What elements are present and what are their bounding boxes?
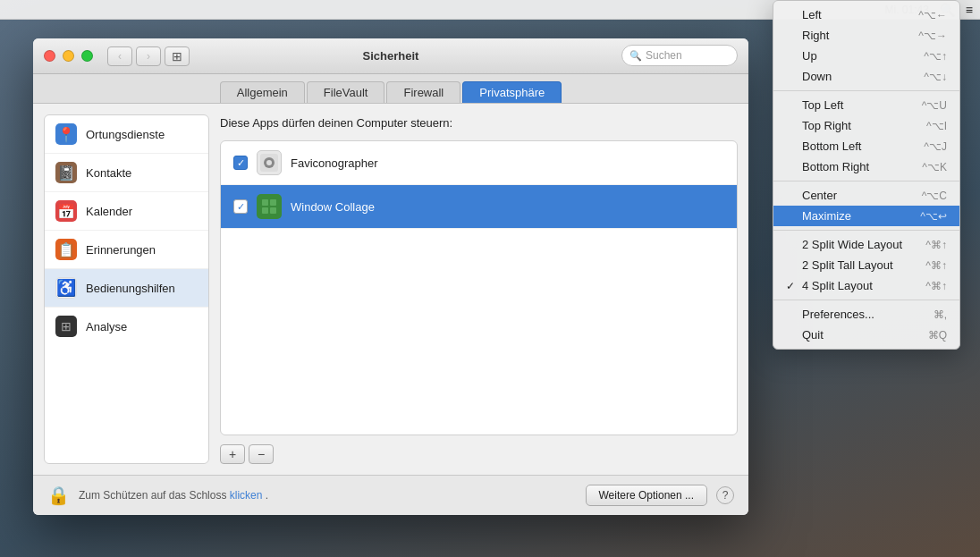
window-collage-icon <box>257 194 282 219</box>
sidebar-label-kontakte: Kontakte <box>86 166 131 180</box>
sidebar-item-ortungsdienste[interactable]: 📍 Ortungsdienste <box>45 115 208 154</box>
svg-rect-7 <box>270 207 276 214</box>
faviconographer-checkbox[interactable]: ✓ <box>233 156 248 170</box>
separator-2 <box>773 181 959 181</box>
separator-3 <box>773 230 959 231</box>
nav-arrows: ‹ › <box>107 46 161 66</box>
sidebar-label-analyse: Analyse <box>86 320 127 333</box>
window-title: Sicherheit <box>363 49 419 63</box>
minimize-button[interactable] <box>63 50 74 62</box>
more-options-button[interactable]: Weitere Optionen ... <box>586 485 708 506</box>
separator-4 <box>773 300 959 300</box>
content-label: Diese Apps dürfen deinen Computer steuer… <box>220 114 738 131</box>
menu-item-2-split-wide[interactable]: 2 Split Wide Layout ^⌘↑ <box>773 234 959 255</box>
tab-allgemein[interactable]: Allgemein <box>220 81 305 103</box>
menu-item-left[interactable]: Left ^⌥← <box>773 4 959 25</box>
kalender-icon: 📅 <box>55 200 77 222</box>
forward-button[interactable]: › <box>136 46 161 66</box>
sidebar-item-kontakte[interactable]: 📓 Kontakte <box>45 154 208 192</box>
menu-item-center[interactable]: Center ^⌥C <box>773 185 959 206</box>
app-item-window-collage[interactable]: ✓ Window Collage <box>221 185 737 229</box>
help-button[interactable]: ? <box>716 486 734 504</box>
window-controls <box>44 50 93 62</box>
menu-item-quit[interactable]: Quit ⌘Q <box>773 325 959 345</box>
menu-item-top-right[interactable]: Top Right ^⌥I <box>773 115 959 136</box>
search-box[interactable]: 🔍 Suchen <box>621 45 738 66</box>
sidebar-item-erinnerungen[interactable]: 📋 Erinnerungen <box>45 231 208 269</box>
menu-item-2-split-tall[interactable]: 2 Split Tall Layout ^⌘↑ <box>773 255 959 275</box>
maximize-button[interactable] <box>81 50 93 62</box>
window-collage-checkbox[interactable]: ✓ <box>233 199 248 214</box>
lock-icon: 🔒 <box>47 485 70 506</box>
sidebar-label-kalender: Kalender <box>86 205 132 218</box>
svg-point-2 <box>266 160 272 165</box>
search-placeholder: Suchen <box>646 49 682 62</box>
separator-1 <box>773 90 959 91</box>
menu-item-up[interactable]: Up ^⌥↑ <box>773 46 959 66</box>
kontakte-icon: 📓 <box>55 162 77 183</box>
add-app-button[interactable]: + <box>220 444 245 464</box>
svg-rect-5 <box>270 199 276 206</box>
sidebar-label-bedienungshilfen: Bedienungshilfen <box>86 282 175 295</box>
sidebar: 📍 Ortungsdienste 📓 Kontakte 📅 Kalender 📋… <box>44 114 209 464</box>
close-button[interactable] <box>44 50 55 62</box>
remove-app-button[interactable]: − <box>249 444 274 464</box>
window-collage-label: Window Collage <box>291 200 375 214</box>
back-button[interactable]: ‹ <box>107 46 132 66</box>
menubar-menu-icon[interactable]: ≡ <box>966 3 973 17</box>
bedienungshilfen-icon: ♿ <box>55 277 77 299</box>
menu-item-maximize[interactable]: Maximize ^⌥↩ <box>773 206 959 226</box>
erinnerungen-icon: 📋 <box>55 239 77 260</box>
footer-link[interactable]: klicken <box>230 489 263 502</box>
menu-item-4-split[interactable]: ✓ 4 Split Layout ^⌘↑ <box>773 275 959 296</box>
svg-rect-4 <box>262 199 268 206</box>
menu-item-right[interactable]: Right ^⌥→ <box>773 25 959 46</box>
apps-list: ✓ Faviconographer ✓ <box>220 140 738 435</box>
window-body: 📍 Ortungsdienste 📓 Kontakte 📅 Kalender 📋… <box>33 104 748 475</box>
menu-item-bottom-left[interactable]: Bottom Left ^⌥J <box>773 136 959 156</box>
tab-privatsphaere[interactable]: Privatsphäre <box>462 81 562 103</box>
tab-filevault[interactable]: FileVault <box>307 81 385 103</box>
faviconographer-label: Faviconographer <box>291 156 378 170</box>
sidebar-label-erinnerungen: Erinnerungen <box>86 243 156 257</box>
menu-item-top-left[interactable]: Top Left ^⌥U <box>773 95 959 115</box>
tab-firewall[interactable]: Firewall <box>386 81 460 103</box>
search-icon: 🔍 <box>629 50 642 62</box>
faviconographer-icon <box>257 150 282 175</box>
dropdown-menu: Left ^⌥← Right ^⌥→ Up ^⌥↑ Down ^⌥↓ Top L… <box>773 0 960 350</box>
sidebar-item-analyse[interactable]: ⊞ Analyse <box>45 308 208 345</box>
tab-bar: Allgemein FileVault Firewall Privatsphär… <box>33 74 748 104</box>
sidebar-item-bedienungshilfen[interactable]: ♿ Bedienungshilfen <box>45 269 208 308</box>
sidebar-item-kalender[interactable]: 📅 Kalender <box>45 192 208 231</box>
app-controls: + − <box>220 444 738 464</box>
menu-item-bottom-right[interactable]: Bottom Right ^⌥K <box>773 156 959 177</box>
main-content: Diese Apps dürfen deinen Computer steuer… <box>220 114 738 464</box>
window-footer: 🔒 Zum Schützen auf das Schloss klicken .… <box>33 475 748 515</box>
app-item-faviconographer[interactable]: ✓ Faviconographer <box>221 141 737 185</box>
sidebar-label-ortungsdienste: Ortungsdienste <box>86 128 165 141</box>
security-window: ‹ › ⊞ Sicherheit 🔍 Suchen Allgemein File… <box>33 38 748 515</box>
window-titlebar: ‹ › ⊞ Sicherheit 🔍 Suchen <box>33 38 748 74</box>
analyse-icon: ⊞ <box>55 316 77 337</box>
ortungsdienste-icon: 📍 <box>55 123 77 145</box>
menu-item-down[interactable]: Down ^⌥↓ <box>773 66 959 87</box>
svg-rect-6 <box>262 207 268 214</box>
footer-lock-text: Zum Schützen auf das Schloss klicken . <box>79 489 268 502</box>
grid-button[interactable]: ⊞ <box>165 46 190 66</box>
menu-item-preferences[interactable]: Preferences... ⌘, <box>773 304 959 325</box>
